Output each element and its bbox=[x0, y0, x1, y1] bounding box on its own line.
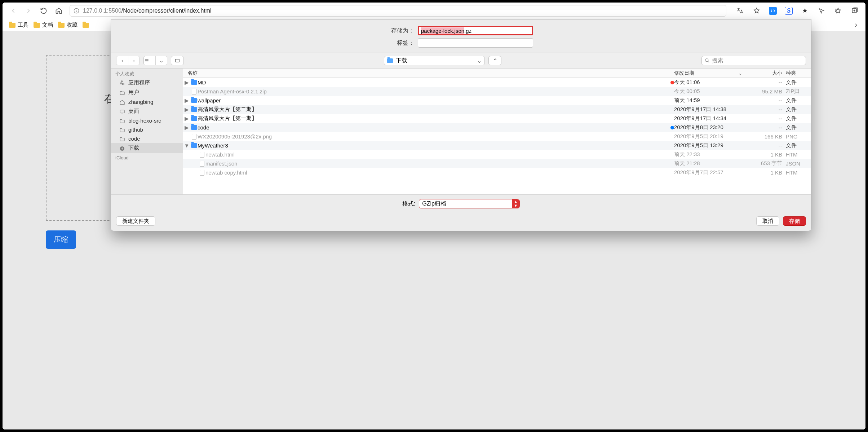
col-size[interactable]: 大小 bbox=[746, 69, 786, 78]
reload-button[interactable] bbox=[39, 6, 48, 15]
cursor-icon[interactable] bbox=[817, 6, 826, 15]
filename-input[interactable]: package-lock.json.gz bbox=[418, 26, 533, 35]
file-row[interactable]: newtab copy.html 2020年9月7日 22:57 1 KB HT… bbox=[183, 168, 811, 177]
new-folder-button[interactable]: 新建文件夹 bbox=[116, 216, 155, 226]
sidebar-item-label: 桌面 bbox=[128, 108, 139, 115]
format-label: 格式: bbox=[402, 200, 415, 208]
disclosure-icon[interactable]: ▶ bbox=[183, 106, 190, 113]
bookmarks-overflow-icon[interactable] bbox=[853, 22, 859, 28]
bookmark-item[interactable]: 文档 bbox=[34, 22, 53, 28]
view-group-button[interactable] bbox=[171, 56, 184, 65]
file-size: -- bbox=[746, 142, 786, 149]
col-name[interactable]: 名称 bbox=[183, 69, 674, 78]
sidebar-item[interactable]: 下载 bbox=[111, 143, 183, 153]
back-button[interactable] bbox=[9, 6, 18, 15]
filename-selection: package-lock.json bbox=[421, 27, 464, 34]
up-button[interactable]: ⌃ bbox=[488, 56, 501, 65]
file-name: 高清风景大片【第一期】 bbox=[198, 115, 674, 122]
forward-button[interactable] bbox=[24, 6, 33, 15]
file-row[interactable]: newtab.html 前天 22:33 1 KB HTM bbox=[183, 150, 811, 159]
file-kind: ZIP归 bbox=[786, 88, 811, 95]
view-dropdown-button[interactable]: ⌄ bbox=[155, 56, 167, 65]
file-kind: 文件 bbox=[786, 106, 811, 113]
file-size: 1 KB bbox=[746, 169, 786, 176]
col-date[interactable]: 修改日期⌄ bbox=[674, 69, 746, 78]
collections-icon[interactable] bbox=[850, 6, 859, 15]
ext-s-icon[interactable]: S bbox=[785, 7, 793, 15]
sidebar-item[interactable]: 桌面 bbox=[111, 106, 183, 116]
view-list-button[interactable] bbox=[144, 56, 155, 65]
file-icon bbox=[192, 89, 196, 94]
format-select[interactable]: GZip归档 ▲▼ bbox=[419, 199, 520, 208]
save-button[interactable]: 存储 bbox=[783, 216, 806, 226]
file-date: 2020年9月5日 20:19 bbox=[674, 133, 746, 140]
browser-toolbar: 127.0.0.1:5500/Node/compressor/client/in… bbox=[3, 3, 865, 19]
file-row[interactable]: ▶ 高清风景大片【第一期】 2020年9月17日 14:34 -- 文件 bbox=[183, 114, 811, 123]
file-date: 2020年9月17日 14:34 bbox=[674, 115, 746, 122]
file-date: 前天 21:28 bbox=[674, 160, 746, 167]
file-row[interactable]: WX20200905-201923@2x.png 2020年9月5日 20:19… bbox=[183, 132, 811, 141]
folder-icon bbox=[191, 98, 197, 103]
address-bar[interactable]: 127.0.0.1:5500/Node/compressor/client/in… bbox=[70, 5, 726, 17]
home-button[interactable] bbox=[54, 6, 63, 15]
translate-icon[interactable] bbox=[736, 6, 744, 15]
sidebar-item[interactable]: zhangbing bbox=[111, 97, 183, 106]
folder-icon bbox=[191, 107, 197, 112]
file-rows[interactable]: ▶ MD 今天 01:06 -- 文件 Postman Agent-osx-0.… bbox=[183, 78, 811, 194]
folder-icon bbox=[191, 125, 197, 130]
svg-rect-4 bbox=[120, 110, 124, 113]
file-name: code bbox=[198, 124, 670, 131]
col-kind[interactable]: 种类 bbox=[786, 69, 811, 78]
file-icon bbox=[200, 152, 204, 158]
file-kind: 文件 bbox=[786, 115, 811, 122]
sidebar-item[interactable]: github bbox=[111, 125, 183, 134]
file-size: -- bbox=[746, 106, 786, 113]
desktop-icon bbox=[119, 109, 125, 114]
disclosure-icon[interactable]: ▶ bbox=[183, 79, 190, 86]
file-date: 今天 00:05 bbox=[674, 88, 746, 95]
bookmark-label: 工具 bbox=[18, 22, 28, 28]
bookmark-item[interactable] bbox=[83, 23, 89, 28]
file-row[interactable]: ▶ wallpaper 前天 14:59 -- 文件 bbox=[183, 96, 811, 105]
sidebar-item[interactable]: blog-hexo-src bbox=[111, 116, 183, 125]
tags-input[interactable] bbox=[418, 38, 533, 48]
disclosure-icon[interactable]: ▼ bbox=[183, 142, 190, 149]
location-select[interactable]: 下载 bbox=[384, 56, 485, 65]
file-row[interactable]: manifest.json 前天 21:28 653 字节 JSON bbox=[183, 159, 811, 168]
disclosure-icon[interactable]: ▶ bbox=[183, 124, 190, 131]
compress-button[interactable]: 压缩 bbox=[46, 230, 76, 249]
sidebar-item[interactable]: 应用程序 bbox=[111, 78, 183, 88]
file-kind: 文件 bbox=[786, 79, 811, 86]
file-row[interactable]: ▼ MyWeather3 2020年9月5日 13:29 -- 文件 bbox=[183, 141, 811, 150]
file-row[interactable]: Postman Agent-osx-0.2.1.zip 今天 00:05 95.… bbox=[183, 87, 811, 96]
svg-rect-2 bbox=[176, 59, 180, 62]
tag-dot-icon bbox=[670, 81, 674, 84]
sidebar-item[interactable]: code bbox=[111, 134, 183, 143]
download-icon bbox=[119, 146, 125, 151]
favorite-icon[interactable] bbox=[752, 6, 761, 15]
disclosure-icon[interactable]: ▶ bbox=[183, 115, 190, 122]
chevron-updown-icon: ▲▼ bbox=[514, 200, 518, 208]
disclosure-icon[interactable]: ▶ bbox=[183, 97, 190, 104]
file-row[interactable]: ▶ 高清风景大片【第二期】 2020年9月17日 14:38 -- 文件 bbox=[183, 105, 811, 114]
home-icon bbox=[119, 100, 125, 105]
sidebar-item-label: github bbox=[128, 127, 143, 133]
star-filled-icon[interactable] bbox=[801, 6, 809, 15]
bookmark-label: 收藏 bbox=[67, 22, 78, 28]
file-row[interactable]: ▶ MD 今天 01:06 -- 文件 bbox=[183, 78, 811, 87]
search-input[interactable]: 搜索 bbox=[701, 56, 806, 65]
reading-list-icon[interactable] bbox=[834, 6, 842, 15]
folder-icon bbox=[83, 23, 89, 28]
file-icon bbox=[200, 170, 204, 176]
nav-back-button[interactable]: ‹ bbox=[116, 56, 128, 65]
bookmark-item[interactable]: 收藏 bbox=[58, 22, 78, 28]
nav-fwd-button[interactable]: › bbox=[128, 56, 140, 65]
file-row[interactable]: ▶ code 2020年9月8日 23:20 -- 文件 bbox=[183, 123, 811, 132]
bookmark-item[interactable]: 工具 bbox=[9, 22, 28, 28]
sidebar-item[interactable]: 用户 bbox=[111, 88, 183, 97]
bookmark-label: 文档 bbox=[42, 22, 53, 28]
cancel-button[interactable]: 取消 bbox=[756, 216, 779, 226]
tag-dot-icon bbox=[670, 126, 674, 129]
devtools-icon[interactable] bbox=[769, 7, 777, 15]
file-kind: 文件 bbox=[786, 124, 811, 131]
